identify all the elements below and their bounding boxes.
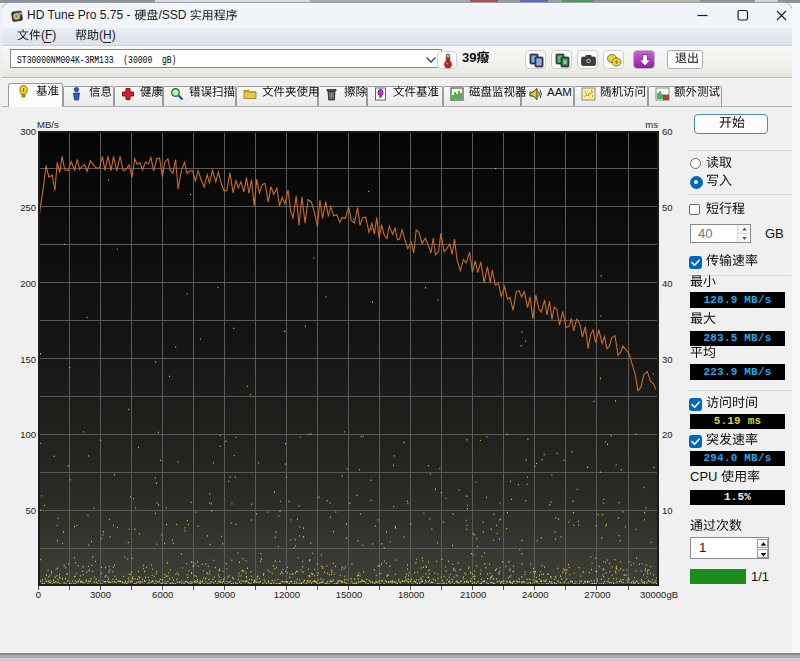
svg-text:CPU: CPU (690, 469, 717, 484)
svg-text:39: 39 (462, 50, 476, 65)
svg-text:HD Tune Pro 5.75 -: HD Tune Pro 5.75 - (27, 8, 130, 22)
svg-text:AAM: AAM (547, 85, 572, 97)
svg-text:(F): (F) (41, 28, 56, 42)
svg-text:(H): (H) (99, 28, 116, 42)
svg-text:/SSD: /SSD (158, 8, 186, 22)
